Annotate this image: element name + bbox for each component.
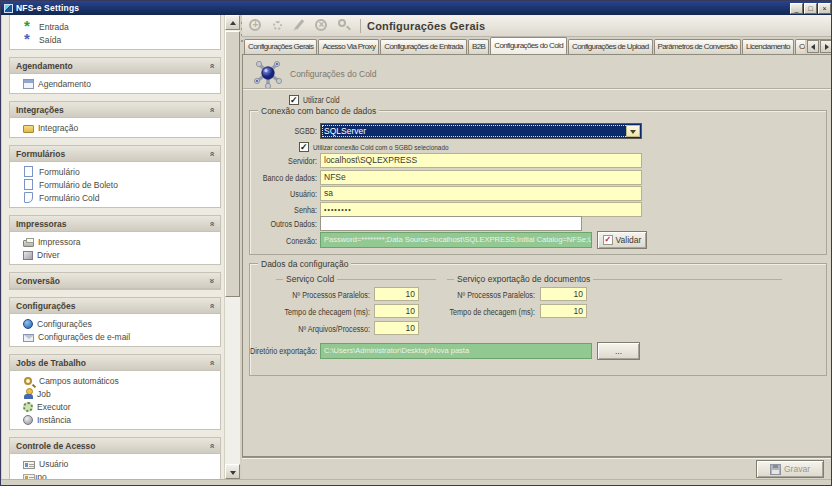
scroll-down-icon[interactable]	[225, 464, 240, 479]
window-title: NFS-e Settings	[16, 3, 790, 13]
sidebar-header-conversao[interactable]: Conversão»	[10, 273, 220, 289]
minimize-button[interactable]: _	[790, 3, 803, 14]
sidebar-item-saida[interactable]: Saída	[10, 33, 220, 46]
app-icon	[4, 4, 13, 13]
sidebar-item-agendamento[interactable]: Agendamento	[10, 77, 220, 90]
sidebar-item-formulario[interactable]: Formulário	[10, 165, 220, 178]
sidebar-item-configuracoes[interactable]: Configurações	[10, 317, 220, 330]
use-conn-checkbox[interactable]: Utilizar conexão Cold com o SGBD selecio…	[299, 142, 482, 152]
sgbd-value: SQLServer	[324, 126, 366, 136]
window-bottom-edge	[1, 479, 832, 486]
chevron-up-icon[interactable]: »	[207, 303, 215, 308]
chevron-up-icon[interactable]: »	[207, 221, 215, 226]
tab-b2b[interactable]: B2B	[468, 39, 489, 54]
edit-icon[interactable]	[291, 17, 308, 34]
restore-button[interactable]: □	[804, 3, 817, 14]
export-checagem-label: Tempo de checagem (ms):	[442, 307, 536, 317]
tab-licenciamento[interactable]: Licenciamento	[742, 39, 794, 54]
sidebar-item-executor[interactable]: Executor	[10, 400, 220, 413]
sidebar-item-integracao[interactable]: Integração	[10, 121, 220, 134]
sidebar-header-agendamento[interactable]: Agendamento»	[10, 58, 220, 74]
sidebar-header-controle-acesso[interactable]: Controle de Acesso»	[10, 438, 220, 454]
sidebar-item-job[interactable]: Job	[10, 387, 220, 400]
export-processos-input[interactable]: 10	[540, 287, 587, 301]
toolbar-title: Configurações Gerais	[367, 20, 485, 32]
sidebar-item-configuracoes-email[interactable]: Configurações de e-mail	[10, 330, 220, 343]
chevron-down-icon[interactable]: »	[207, 278, 215, 283]
scroll-up-icon[interactable]	[225, 15, 240, 30]
cold-arquivos-input[interactable]: 10	[374, 321, 419, 335]
cold-processos-input[interactable]: 10	[374, 287, 419, 301]
sidebar-item-usuario[interactable]: Usuário	[10, 457, 220, 470]
cold-checagem-input[interactable]: 10	[374, 304, 419, 318]
sidebar-group-integracoes: Integrações» Integração	[9, 101, 221, 138]
tab-acesso-via-proxy[interactable]: Acesso Via Proxy	[318, 39, 379, 54]
tab-configuracoes-upload[interactable]: Configurações de Upload	[568, 39, 652, 54]
auto-fields-icon	[24, 377, 32, 385]
sidebar-group-impressoras: Impressoras» Impressora Driver	[9, 215, 221, 265]
chevron-up-icon[interactable]: »	[207, 107, 215, 112]
chevron-up-icon[interactable]: »	[207, 443, 215, 448]
browse-button[interactable]: ...	[597, 342, 640, 360]
servidor-input[interactable]: localhost\SQLEXPRESS	[320, 153, 642, 168]
combo-dropdown-icon[interactable]	[626, 125, 640, 137]
usuario-input[interactable]: sa	[320, 186, 642, 201]
sidebar-item-instancia[interactable]: Instância	[10, 413, 220, 426]
tab-page-cold: Configurações do Cold Utilizar Cold Cone…	[242, 54, 832, 457]
chevron-up-icon[interactable]: »	[207, 151, 215, 156]
tab-strip: Configurações Gerais Acesso Via Proxy Co…	[242, 37, 832, 54]
chevron-up-icon[interactable]: »	[207, 360, 215, 365]
sidebar-item-campos-automaticos[interactable]: Campos automáticos	[10, 374, 220, 387]
sidebar-item-entrada[interactable]: Entrada	[10, 20, 220, 33]
integration-icon	[23, 125, 34, 133]
outros-dados-input[interactable]	[320, 216, 582, 231]
servico-cold-subgroup: Serviço Cold	[276, 274, 436, 284]
sidebar-item-impressora[interactable]: Impressora	[10, 235, 220, 248]
user-card-icon	[23, 461, 35, 469]
sidebar-group-controle-acesso: Controle de Acesso» Usuário Grupo	[9, 437, 221, 479]
sidebar-item-formulario-cold[interactable]: Formulário Cold	[10, 191, 220, 204]
sidebar: Entrada Saída Agendamento» Agendamento I…	[2, 15, 224, 479]
sidebar-item-formulario-boleto[interactable]: Formulário de Boleto	[10, 178, 220, 191]
tab-configuracoes-entrada[interactable]: Configurações de Entrada	[380, 39, 467, 54]
tab-parametros-conversao[interactable]: Parâmetros de Conversão	[654, 39, 742, 54]
gear-icon[interactable]	[269, 17, 286, 34]
sidebar-group-jobs: Jobs de Trabalho» Campos automáticos Job…	[9, 354, 221, 430]
sidebar-group-formularios: Formulários» Formulário Formulário de Bo…	[9, 145, 221, 208]
cold-page-icon	[252, 58, 284, 90]
checkbox-checked-icon[interactable]	[299, 142, 309, 152]
tab-scroll-left-icon[interactable]	[807, 40, 819, 53]
delete-icon[interactable]: ×	[313, 17, 330, 34]
use-cold-checkbox[interactable]: Utilizar Cold	[289, 95, 349, 105]
validar-button[interactable]: Validar	[597, 231, 647, 249]
sgbd-select[interactable]: SQLServer	[320, 123, 642, 139]
banco-label: Banco de dados:	[224, 173, 318, 183]
close-button[interactable]: ×	[818, 3, 831, 14]
sidebar-header-formularios[interactable]: Formulários»	[10, 146, 220, 162]
sidebar-header-integracoes[interactable]: Integrações»	[10, 102, 220, 118]
save-floppy-icon	[770, 464, 781, 475]
instance-icon	[23, 415, 33, 425]
sidebar-group-agendamento: Agendamento» Agendamento	[9, 57, 221, 94]
sidebar-scrollbar[interactable]	[225, 15, 240, 479]
sidebar-item-driver[interactable]: Driver	[10, 248, 220, 261]
cold-processos-label: Nº Processos Paralelos:	[277, 290, 371, 300]
sidebar-item-grupo[interactable]: Grupo	[10, 470, 220, 479]
gravar-button[interactable]: Gravar	[756, 460, 824, 478]
checkbox-checked-icon[interactable]	[289, 95, 299, 105]
export-processos-label: Nº Processos Paralelos:	[442, 290, 536, 300]
sidebar-header-configuracoes[interactable]: Configurações»	[10, 298, 220, 314]
export-checagem-input[interactable]: 10	[540, 304, 587, 318]
sidebar-header-jobs[interactable]: Jobs de Trabalho»	[10, 355, 220, 371]
sidebar-header-impressoras[interactable]: Impressoras»	[10, 216, 220, 232]
senha-input[interactable]: ••••••••	[320, 202, 642, 217]
search-icon[interactable]	[335, 17, 352, 34]
add-icon[interactable]: +	[247, 17, 264, 34]
main-toolbar: + × Configurações Gerais	[242, 15, 832, 37]
banco-input[interactable]: NFSe	[320, 170, 642, 185]
tab-configuracoes-cold[interactable]: Configurações do Cold	[490, 37, 567, 54]
validate-check-icon	[603, 235, 613, 245]
chevron-up-icon[interactable]: »	[207, 63, 215, 68]
tab-scroll-right-icon[interactable]	[820, 40, 832, 53]
tab-configuracoes-gerais[interactable]: Configurações Gerais	[244, 39, 317, 54]
